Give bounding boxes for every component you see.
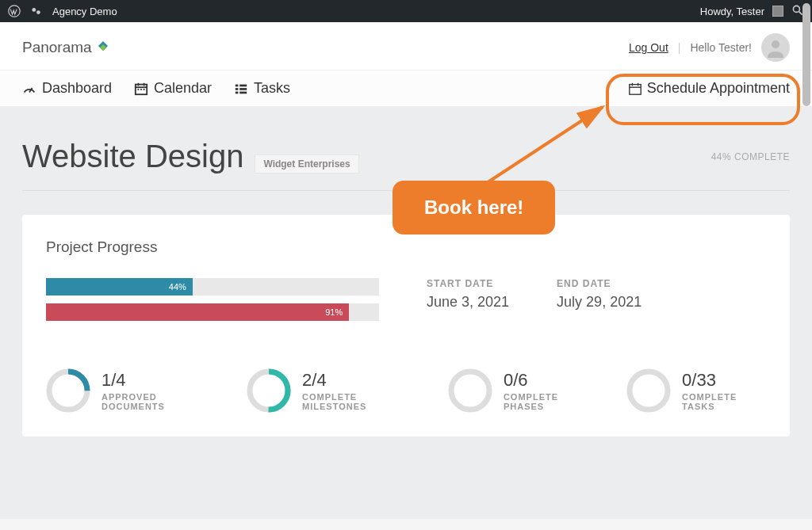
howdy-text[interactable]: Howdy, Tester xyxy=(700,6,764,17)
list-icon xyxy=(234,82,248,96)
stat-label: COMPLETE TASKS xyxy=(682,392,766,411)
greeting-text: Hello Tester! xyxy=(690,41,752,54)
annotation-callout: Book here! xyxy=(393,181,555,234)
svg-point-3 xyxy=(793,6,799,12)
stat-value: 0/6 xyxy=(504,370,595,391)
separator: | xyxy=(678,41,681,54)
page-title: Website Design xyxy=(22,139,243,174)
calendar-icon xyxy=(134,82,148,96)
svg-rect-19 xyxy=(239,91,247,93)
card-title: Project Progress xyxy=(46,238,766,256)
donut-chart xyxy=(448,368,492,413)
svg-rect-15 xyxy=(239,84,247,86)
logout-link[interactable]: Log Out xyxy=(629,41,668,54)
progress-bars: PROGRESS 44% MING 91% xyxy=(46,278,379,329)
nav-tasks[interactable]: Tasks xyxy=(234,80,290,97)
stat-label: COMPLETE MILESTONES xyxy=(302,392,416,411)
stat-label: COMPLETE PHASES xyxy=(504,392,595,411)
site-icon[interactable] xyxy=(30,5,43,17)
svg-rect-18 xyxy=(236,91,239,93)
svg-rect-14 xyxy=(236,84,239,86)
progress-card: Project Progress PROGRESS 44% MING 91% xyxy=(22,215,790,437)
timing-bar: 91% xyxy=(46,303,349,321)
svg-rect-11 xyxy=(138,89,140,90)
donut-chart xyxy=(46,368,90,413)
start-date-block: START DATE June 3, 2021 xyxy=(427,278,509,329)
svg-point-1 xyxy=(32,8,36,12)
schedule-appointment-button[interactable]: Schedule Appointment xyxy=(628,80,790,97)
svg-rect-17 xyxy=(239,88,247,90)
svg-point-28 xyxy=(451,372,489,410)
stats-row: 1/4 APPROVED DOCUMENTS 2/4 COMPLETE MILE… xyxy=(46,368,766,413)
stat-value: 2/4 xyxy=(302,370,416,391)
gauge-icon xyxy=(22,82,36,96)
donut-chart xyxy=(247,368,291,413)
site-name[interactable]: Agency Demo xyxy=(52,6,117,17)
end-date-block: END DATE July 29, 2021 xyxy=(557,278,642,329)
client-badge[interactable]: Widget Enterprises xyxy=(255,154,358,173)
avatar[interactable] xyxy=(761,33,790,62)
completion-text: 44% COMPLETE xyxy=(711,151,790,162)
nav-bar: Dashboard Calendar Tasks Schedule Appoin… xyxy=(0,70,812,107)
stat-value: 1/4 xyxy=(102,370,215,391)
stat-item: 0/33 COMPLETE TASKS xyxy=(626,368,766,413)
brand-mark-icon xyxy=(95,40,111,55)
brand-text: Panorama xyxy=(22,39,92,56)
svg-rect-20 xyxy=(630,84,641,94)
svg-rect-16 xyxy=(236,88,239,90)
svg-point-5 xyxy=(772,40,779,48)
wordpress-icon[interactable] xyxy=(8,5,21,17)
progress-bar: 44% xyxy=(46,278,193,296)
svg-point-2 xyxy=(36,10,40,14)
svg-line-4 xyxy=(799,11,802,14)
site-header: Panorama Log Out | Hello Tester! xyxy=(0,22,812,70)
calendar-outline-icon xyxy=(628,82,642,96)
donut-chart xyxy=(626,368,671,413)
brand-logo[interactable]: Panorama xyxy=(22,39,111,56)
wp-avatar[interactable] xyxy=(772,6,783,17)
svg-rect-12 xyxy=(140,89,142,90)
svg-point-30 xyxy=(630,372,668,410)
avatar-icon xyxy=(764,36,787,59)
wp-admin-bar: Agency Demo Howdy, Tester xyxy=(0,0,812,22)
nav-dashboard[interactable]: Dashboard xyxy=(22,80,112,97)
stat-value: 0/33 xyxy=(682,370,766,391)
svg-rect-13 xyxy=(144,89,145,90)
nav-calendar[interactable]: Calendar xyxy=(134,80,212,97)
stat-item: 0/6 COMPLETE PHASES xyxy=(448,368,595,413)
stat-item: 2/4 COMPLETE MILESTONES xyxy=(247,368,416,413)
stat-item: 1/4 APPROVED DOCUMENTS xyxy=(46,368,215,413)
scrollbar[interactable] xyxy=(802,3,810,106)
main-content: Website Design Widget Enterprises 44% CO… xyxy=(0,107,812,519)
stat-label: APPROVED DOCUMENTS xyxy=(102,392,215,411)
